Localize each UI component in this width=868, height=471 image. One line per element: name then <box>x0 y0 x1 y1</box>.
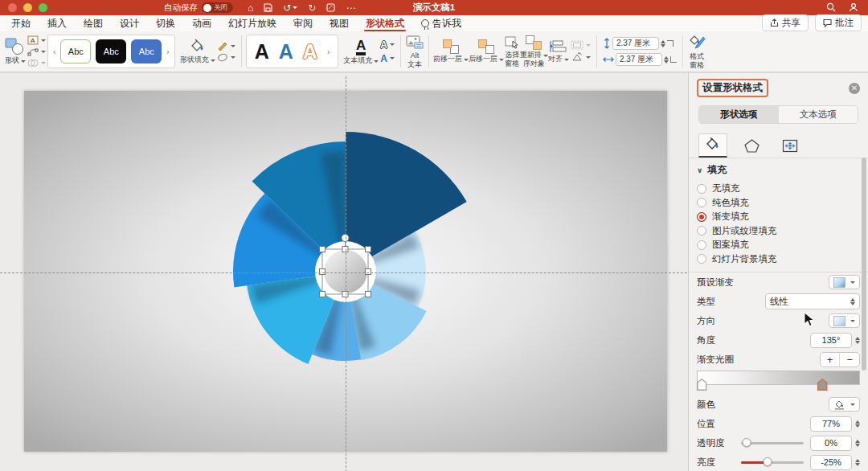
tab-tell-me[interactable]: 告诉我 <box>421 15 461 31</box>
gradient-stop-bar[interactable] <box>697 371 860 395</box>
wordart-style-1[interactable]: A <box>255 42 269 62</box>
text-fill-button[interactable]: A 文本填充 <box>343 39 379 64</box>
tab-home[interactable]: 开始 <box>11 15 31 31</box>
stop-color-dropdown[interactable] <box>829 397 860 412</box>
format-pane-button[interactable]: 格式窗格 <box>687 34 706 69</box>
comments-button[interactable]: 批注 <box>815 14 862 31</box>
share-button[interactable]: 共享 <box>762 14 809 31</box>
insert-shapes-button[interactable]: 形状 <box>5 38 26 64</box>
text-box-button[interactable]: A <box>27 35 46 45</box>
transparency-slider[interactable] <box>741 438 804 448</box>
slide-canvas[interactable] <box>0 72 687 471</box>
direction-dropdown[interactable] <box>829 313 860 328</box>
tab-insert[interactable]: 插入 <box>47 15 67 31</box>
shape-width-field[interactable]: 2.37 厘米 <box>603 53 677 66</box>
stop-position-row: 位置 77% <box>697 414 860 433</box>
shape-height-field[interactable]: 2.37 厘米 <box>603 37 677 50</box>
fill-option-solid[interactable]: 纯色填充 <box>697 196 860 211</box>
fill-option-gradient[interactable]: 渐变填充 <box>697 210 860 224</box>
tab-shape-options[interactable]: 形状选项 <box>699 106 779 123</box>
close-window-button[interactable] <box>8 3 17 12</box>
fill-line-tab[interactable] <box>698 133 727 158</box>
text-outline-button[interactable]: A <box>380 39 395 51</box>
tab-view[interactable]: 视图 <box>330 15 349 31</box>
angle-field[interactable]: 135° <box>810 333 852 348</box>
reorder-objects-button[interactable]: 重新排序对象 <box>520 35 548 68</box>
shape-style-chip-1[interactable]: Abc <box>60 39 91 63</box>
send-backward-button[interactable]: 后移一层 <box>469 39 504 63</box>
gallery-next-button[interactable]: › <box>166 47 169 56</box>
tab-animations[interactable]: 动画 <box>192 15 211 31</box>
group-button[interactable] <box>571 40 591 50</box>
selection-handle[interactable] <box>320 269 326 275</box>
add-stop-button[interactable]: + <box>821 353 841 367</box>
selection-pane-button[interactable]: 选择窗格 <box>504 35 520 68</box>
fill-option-none[interactable]: 无填充 <box>697 182 860 196</box>
selection-handle[interactable] <box>366 292 371 297</box>
transparency-field[interactable]: 0% <box>810 436 852 451</box>
position-stepper[interactable] <box>855 420 860 428</box>
text-effects-button[interactable]: A <box>380 53 395 64</box>
height-stepper[interactable] <box>661 40 665 47</box>
gradient-preview-bar[interactable] <box>697 371 860 385</box>
redo-button[interactable]: ↻ <box>308 2 316 14</box>
shape-outline-button[interactable] <box>217 41 235 51</box>
fill-option-picture[interactable]: 图片或纹理填充 <box>697 224 860 239</box>
wordart-style-3[interactable]: A <box>303 42 317 62</box>
crop-mark-icon <box>667 40 674 47</box>
tab-transitions[interactable]: 切换 <box>156 15 175 31</box>
rotate-button[interactable] <box>571 52 591 63</box>
angle-stepper[interactable] <box>855 337 860 344</box>
close-panel-button[interactable]: ✕ <box>849 83 860 94</box>
shape-style-chip-2[interactable]: Abc <box>96 39 126 63</box>
edit-points-button[interactable] <box>27 47 46 56</box>
gallery-prev-button[interactable]: ‹ <box>53 47 55 56</box>
autosave-toggle[interactable]: 关闭 <box>202 2 233 13</box>
selection-handle[interactable] <box>320 292 326 297</box>
shape-effects-button[interactable] <box>217 53 235 62</box>
shape-fill-button[interactable]: 形状填充 <box>180 39 215 63</box>
brightness-field[interactable]: -25% <box>810 455 852 470</box>
shapes-icon <box>5 38 26 55</box>
minimize-window-button[interactable] <box>23 3 32 12</box>
wordart-next-button[interactable]: › <box>327 47 330 56</box>
selection-handle[interactable] <box>366 269 371 275</box>
tab-slideshow[interactable]: 幻灯片放映 <box>228 15 276 31</box>
size-properties-tab[interactable] <box>776 136 804 158</box>
fill-option-pattern[interactable]: 图案填充 <box>697 238 860 252</box>
undo-button[interactable]: ↺ <box>283 2 297 14</box>
panel-scrollbar[interactable] <box>862 158 866 371</box>
bring-forward-button[interactable]: 前移一层 <box>433 39 469 63</box>
fill-option-background[interactable]: 幻灯片背景填充 <box>697 252 860 267</box>
notes-icon[interactable] <box>326 3 335 12</box>
alt-text-button[interactable]: Alt文本 <box>405 35 424 68</box>
tab-shape-format[interactable]: 形状格式 <box>366 15 404 31</box>
tab-draw[interactable]: 绘图 <box>84 15 103 31</box>
wordart-style-2[interactable]: A <box>279 42 293 62</box>
width-stepper[interactable] <box>664 56 669 63</box>
autosave-control[interactable]: 自动保存 关闭 <box>164 2 233 14</box>
merge-shapes-button[interactable] <box>27 59 46 68</box>
effects-tab[interactable] <box>739 136 765 158</box>
tab-design[interactable]: 设计 <box>120 15 139 31</box>
gradient-type-dropdown[interactable]: 线性 <box>765 293 860 309</box>
brightness-slider[interactable] <box>741 457 804 467</box>
tab-text-options[interactable]: 文本选项 <box>779 106 858 123</box>
fill-section-header[interactable]: ∨填充 <box>697 158 860 182</box>
tab-review[interactable]: 审阅 <box>293 15 313 31</box>
position-field[interactable]: 77% <box>810 416 852 432</box>
more-icon[interactable]: ⋯ <box>346 2 355 14</box>
brightness-stepper[interactable] <box>855 459 860 466</box>
selection-handle[interactable] <box>320 247 326 252</box>
search-icon[interactable] <box>826 2 836 14</box>
home-icon[interactable]: ⌂ <box>248 2 253 14</box>
save-icon[interactable] <box>264 3 272 12</box>
remove-stop-button[interactable]: − <box>840 353 859 367</box>
account-icon[interactable] <box>849 2 858 14</box>
transparency-stepper[interactable] <box>855 440 860 447</box>
shape-style-chip-3[interactable]: Abc <box>131 39 162 63</box>
selection-handle[interactable] <box>366 247 371 252</box>
preset-gradient-dropdown[interactable] <box>829 275 860 289</box>
zoom-window-button[interactable] <box>39 3 47 12</box>
align-button[interactable]: 对齐 <box>548 39 569 63</box>
